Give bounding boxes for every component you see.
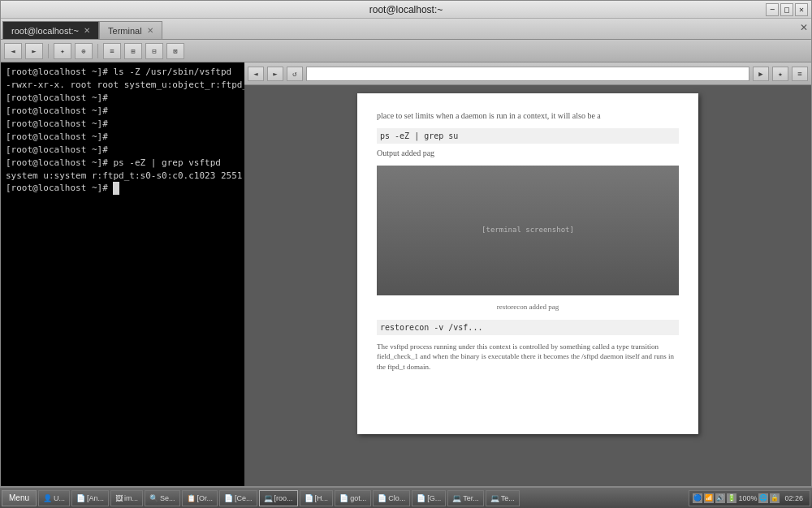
battery-icon: 🔋	[727, 493, 736, 503]
terminal-line-7: [root@localhost ~]#	[6, 144, 240, 157]
toolbar-btn-2[interactable]: ►	[25, 43, 43, 59]
toolbar: ◄ ► ✦ ⊕ ≡ ⊞ ⊟ ⊠	[1, 40, 811, 62]
task-label-12: Ter...	[463, 494, 479, 502]
terminal-line-6: [root@localhost ~]#	[6, 131, 240, 144]
taskbar-task-6[interactable]: 📄 [Ce...	[219, 490, 257, 506]
task-label-3: im...	[124, 494, 138, 502]
task-icon-13: 💻	[490, 494, 499, 502]
terminal-line-1: [root@localhost ~]# ls -Z /usr/sbin/vsft…	[6, 66, 240, 79]
terminal-line-10: [root@localhost ~]#	[6, 182, 240, 195]
tab-terminal-2[interactable]: Terminal ✕	[99, 21, 162, 39]
taskbar: Menu 👤 U... 📄 [An... 🖼 im... 🔍 Se... 📋 […	[0, 487, 812, 508]
doc-code-2: restorecon -v /vsf...	[377, 320, 679, 335]
taskbar-task-4[interactable]: 🔍 Se...	[145, 490, 180, 506]
doc-para-2: Output added pag	[377, 147, 679, 159]
task-label-13: Te...	[501, 494, 515, 502]
toolbar-sep-1	[48, 44, 49, 58]
document-page: place to set limits when a daemon is run…	[357, 93, 698, 434]
task-icon-7: 💻	[264, 494, 273, 502]
task-label-2: [An...	[87, 494, 104, 502]
network-icon: 🌐	[758, 493, 768, 503]
close-button[interactable]: ✕	[795, 3, 808, 16]
tabbar: root@localhost:~ ✕ Terminal ✕ ✕	[1, 19, 811, 40]
terminal-line-2: -rwxr-xr-x. root root system_u:object_r:…	[6, 79, 240, 92]
start-label: Menu	[9, 493, 29, 502]
window-title: root@localhost:~	[369, 4, 443, 15]
task-icon-10: 📄	[378, 494, 387, 502]
taskbar-task-9[interactable]: 📄 got...	[335, 490, 371, 506]
task-icon-12: 💻	[452, 494, 461, 502]
browser-bookmark-button[interactable]: ★	[772, 67, 788, 81]
terminal-pane[interactable]: [root@localhost ~]# ls -Z /usr/sbin/vsft…	[1, 62, 244, 486]
tab-label: root@localhost:~	[11, 26, 79, 36]
terminal-line-9: system u:system r:ftpd_t:s0-s0:c0.c1023 …	[6, 170, 240, 183]
browser-toolbar: ◄ ► ↺ ▶ ★ ≡	[244, 62, 811, 85]
tabbar-close-button[interactable]: ✕	[800, 22, 808, 33]
battery-percent: 100%	[738, 494, 757, 502]
wifi-icon: 📶	[704, 493, 714, 503]
task-label-4: Se...	[160, 494, 175, 502]
right-pane: ◄ ► ↺ ▶ ★ ≡ place to set limits when a d…	[244, 62, 811, 486]
task-icon-3: 🖼	[115, 494, 123, 502]
task-label-1: U...	[54, 494, 65, 502]
browser-go-button[interactable]: ▶	[753, 67, 769, 81]
taskbar-task-13[interactable]: 💻 Te...	[486, 490, 520, 506]
task-label-5: [Or...	[197, 494, 214, 502]
browser-menu-button[interactable]: ≡	[792, 67, 808, 81]
titlebar: root@localhost:~ − □ ✕	[1, 1, 811, 19]
task-label-9: got...	[350, 494, 366, 502]
toolbar-btn-6[interactable]: ⊞	[124, 43, 142, 59]
task-icon-1: 👤	[43, 494, 52, 502]
clock-display: 02:26	[781, 494, 806, 502]
task-icon-8: 📄	[304, 494, 313, 502]
task-label-8: [H...	[315, 494, 329, 502]
window-controls: − □ ✕	[766, 1, 808, 18]
maximize-button[interactable]: □	[780, 3, 793, 16]
task-icon-2: 📄	[76, 494, 85, 502]
start-button[interactable]: Menu	[2, 490, 37, 506]
browser-forward-button[interactable]: ►	[267, 67, 283, 81]
taskbar-task-8[interactable]: 📄 [H...	[300, 490, 334, 506]
task-label-11: [G...	[427, 494, 441, 502]
task-label-6: [Ce...	[235, 494, 253, 502]
task-label-10: Clo...	[388, 494, 405, 502]
browser-back-button[interactable]: ◄	[248, 67, 264, 81]
toolbar-sep-2	[97, 44, 98, 58]
task-icon-6: 📄	[224, 494, 233, 502]
task-icon-9: 📄	[339, 494, 348, 502]
task-label-7: [roo...	[274, 494, 293, 502]
taskbar-task-7[interactable]: 💻 [roo...	[259, 490, 298, 506]
taskbar-task-3[interactable]: 🖼 im...	[110, 490, 143, 506]
content-area: [root@localhost ~]# ls -Z /usr/sbin/vsft…	[1, 62, 811, 486]
task-icon-5: 📋	[187, 494, 196, 502]
doc-caption: restorecon added pag	[377, 302, 679, 313]
taskbar-task-1[interactable]: 👤 U...	[38, 490, 70, 506]
tab-close-2[interactable]: ✕	[147, 26, 153, 35]
task-icon-4: 🔍	[149, 494, 158, 502]
tab-close-1[interactable]: ✕	[84, 26, 90, 35]
task-icon-11: 📄	[417, 494, 425, 502]
taskbar-task-11[interactable]: 📄 [G...	[412, 490, 446, 506]
taskbar-task-12[interactable]: 💻 Ter...	[447, 490, 484, 506]
doc-para-1: place to set limits when a daemon is run…	[377, 110, 679, 122]
toolbar-btn-3[interactable]: ✦	[54, 43, 71, 59]
document-content: place to set limits when a daemon is run…	[244, 85, 811, 486]
terminal-window: root@localhost:~ − □ ✕ root@localhost:~ …	[0, 0, 812, 487]
taskbar-task-5[interactable]: 📋 [Or...	[182, 490, 218, 506]
toolbar-btn-8[interactable]: ⊠	[166, 43, 184, 59]
browser-reload-button[interactable]: ↺	[287, 67, 303, 81]
terminal-cursor	[113, 182, 119, 195]
taskbar-task-10[interactable]: 📄 Clo...	[373, 490, 410, 506]
terminal-line-4: [root@localhost ~]#	[6, 105, 240, 118]
toolbar-btn-7[interactable]: ⊟	[145, 43, 163, 59]
toolbar-btn-4[interactable]: ⊕	[75, 43, 93, 59]
bluetooth-icon: 🔵	[693, 493, 702, 503]
toolbar-btn-5[interactable]: ≡	[103, 43, 121, 59]
terminal-line-5: [root@localhost ~]#	[6, 118, 240, 131]
tab-label-2: Terminal	[108, 26, 142, 36]
tab-terminal-1[interactable]: root@localhost:~ ✕	[2, 21, 99, 39]
taskbar-task-2[interactable]: 📄 [An...	[71, 490, 109, 506]
minimize-button[interactable]: −	[766, 3, 779, 16]
toolbar-btn-1[interactable]: ◄	[4, 43, 22, 59]
browser-url-bar[interactable]	[306, 67, 749, 81]
